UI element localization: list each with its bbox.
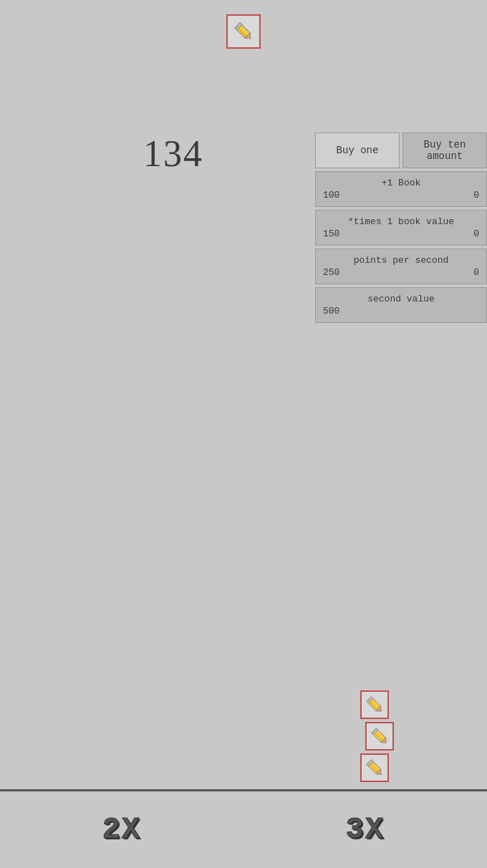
shop-item-bookvalue[interactable]: *times 1 book value 150 0 (315, 210, 487, 246)
shop-item-secondvalue[interactable]: second value 500 (315, 287, 487, 323)
two-x-button[interactable]: 2X (102, 813, 141, 847)
shop-item-pps-cost: 250 (323, 267, 339, 278)
shop-item-bookvalue-title: *times 1 book value (323, 216, 479, 227)
falling-pencil-1 (360, 690, 389, 719)
buy-one-button[interactable]: Buy one (315, 132, 400, 168)
shop-item-book[interactable]: +1 Book 100 0 (315, 171, 487, 207)
buy-ten-button[interactable]: Buy ten amount (402, 132, 487, 168)
bottom-bar: 2X 3X (0, 789, 487, 868)
buy-buttons-row: Buy one Buy ten amount (315, 132, 487, 168)
score-value: 134 (143, 133, 203, 174)
pencil-svg (232, 20, 255, 43)
shop-item-bookvalue-count: 0 (473, 228, 479, 239)
shop-item-secondvalue-row: 500 (323, 306, 479, 317)
falling-pencil-3 (360, 753, 389, 782)
shop-item-secondvalue-cost: 500 (323, 306, 339, 317)
shop-item-bookvalue-cost: 150 (323, 228, 339, 239)
shop-item-pps-title: points per second (323, 255, 479, 266)
score-display: 134 (143, 132, 203, 175)
shop-item-book-cost: 100 (323, 190, 339, 201)
shop-item-bookvalue-row: 150 0 (323, 228, 479, 239)
shop-panel: Buy one Buy ten amount +1 Book 100 0 *ti… (315, 132, 487, 326)
falling-pencil-svg-1 (364, 694, 385, 715)
shop-item-book-row: 100 0 (323, 190, 479, 201)
shop-item-pps-count: 0 (473, 267, 479, 278)
top-pencil-icon[interactable] (226, 14, 261, 49)
falling-pencil-svg-3 (364, 757, 385, 778)
falling-pencil-svg-2 (369, 725, 390, 747)
shop-item-pps-row: 250 0 (323, 267, 479, 278)
shop-item-book-title: +1 Book (323, 178, 479, 188)
shop-item-book-count: 0 (473, 190, 479, 201)
falling-pencil-2 (365, 722, 394, 751)
three-x-button[interactable]: 3X (346, 813, 385, 847)
shop-item-pps[interactable]: points per second 250 0 (315, 249, 487, 284)
pencil-stack (355, 690, 394, 782)
pencil-icon-box (226, 14, 261, 49)
shop-item-secondvalue-title: second value (323, 294, 479, 304)
